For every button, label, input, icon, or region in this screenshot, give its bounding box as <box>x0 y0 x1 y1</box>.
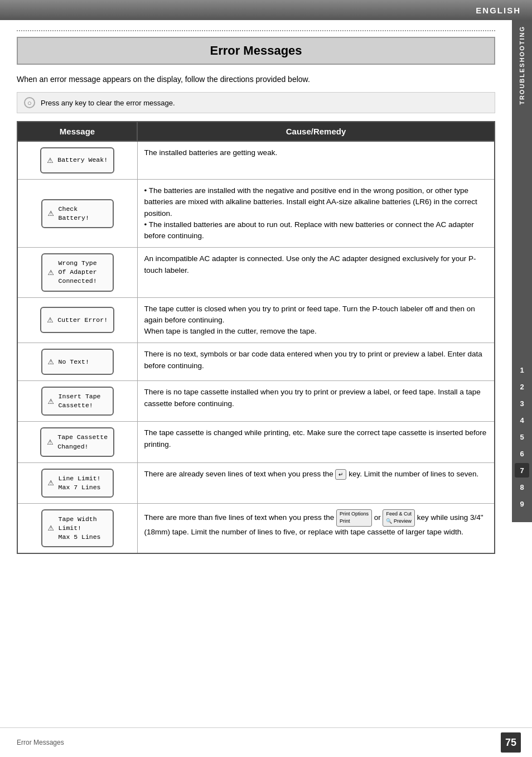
cause-text: The tape cassette is changed while print… <box>144 428 487 448</box>
message-cell: ⚠ No Text! <box>17 343 137 381</box>
sidebar-label: TROUBLESHOOTING <box>519 26 525 105</box>
col-header-message: Message <box>17 122 137 141</box>
msg-box-check-battery: ⚠ CheckBattery! <box>41 199 114 228</box>
msg-box-cutter-error: ⚠ Cutter Error! <box>40 307 114 333</box>
language-label: ENGLISH <box>476 6 521 15</box>
message-cell: ⚠ Tape CassetteChanged! <box>17 422 137 462</box>
sidebar-num-4: 4 <box>515 413 529 427</box>
msg-box-line-limit: ⚠ Line Limit!Max 7 Lines <box>41 469 114 498</box>
table-row: ⚠ Tape WidthLimit!Max 5 Lines There are … <box>17 503 495 553</box>
page-number: 75 <box>501 732 521 753</box>
section-header: Error Messages <box>17 37 495 65</box>
message-cell: ⚠ Insert TapeCassette! <box>17 381 137 422</box>
cause-cell: There are already seven lines of text wh… <box>137 462 495 503</box>
top-bar: ENGLISH <box>0 0 532 20</box>
main-content: Error Messages When an error message app… <box>0 30 512 576</box>
warning-icon: ⚠ <box>48 475 54 490</box>
msg-box-tape-changed: ⚠ Tape CassetteChanged! <box>40 427 114 456</box>
cause-cell: There is no tape cassette installed when… <box>137 381 495 422</box>
cause-cell: There is no text, symbols or bar code da… <box>137 343 495 381</box>
cause-text: The tape cutter is closed when you try t… <box>144 305 475 336</box>
dotted-separator <box>17 30 495 31</box>
sidebar-num-1: 1 <box>515 363 529 377</box>
msg-text: No Text! <box>59 358 89 367</box>
hint-icon: ○ <box>24 97 35 108</box>
cause-text: There are more than five lines of text w… <box>144 513 483 536</box>
warning-icon: ⚠ <box>48 265 54 280</box>
warning-icon: ⚠ <box>47 153 53 168</box>
message-cell: ⚠ Line Limit!Max 7 Lines <box>17 462 137 503</box>
footer-label: Error Messages <box>17 739 64 746</box>
cause-cell: The tape cassette is changed while print… <box>137 422 495 462</box>
print-options-key: Print OptionsPrint <box>336 509 372 527</box>
table-row: ⚠ CheckBattery! • The batteries are inst… <box>17 180 495 248</box>
right-sidebar: TROUBLESHOOTING 1 2 3 4 5 6 7 8 9 <box>512 20 532 522</box>
msg-text: Line Limit!Max 7 Lines <box>59 474 101 492</box>
msg-box-battery-weak: ⚠ Battery Weak! <box>40 147 114 173</box>
hint-text: Press any key to clear the error message… <box>41 99 175 107</box>
error-table: Message Cause/Remedy ⚠ Battery Weak! The… <box>17 121 495 554</box>
cause-text: There are already seven lines of text wh… <box>144 470 479 478</box>
message-cell: ⚠ Tape WidthLimit!Max 5 Lines <box>17 503 137 553</box>
sidebar-num-9: 9 <box>515 496 529 511</box>
cause-cell: • The batteries are installed with the n… <box>137 180 495 248</box>
msg-box-tape-width: ⚠ Tape WidthLimit!Max 5 Lines <box>41 509 114 547</box>
enter-key: ↵ <box>335 469 346 480</box>
intro-text: When an error message appears on the dis… <box>17 74 495 85</box>
table-row: ⚠ Wrong TypeOf AdapterConnected! An inco… <box>17 248 495 297</box>
cause-text: There is no text, symbols or bar code da… <box>144 350 482 369</box>
page-footer: Error Messages 75 <box>0 727 532 757</box>
warning-icon: ⚠ <box>47 312 53 327</box>
msg-text: Insert TapeCassette! <box>59 392 101 410</box>
warning-icon: ⚠ <box>48 206 54 221</box>
table-row: ⚠ Tape CassetteChanged! The tape cassett… <box>17 422 495 462</box>
warning-icon: ⚠ <box>48 520 54 536</box>
message-cell: ⚠ Cutter Error! <box>17 297 137 343</box>
cause-cell: There are more than five lines of text w… <box>137 503 495 553</box>
table-row: ⚠ Cutter Error! The tape cutter is close… <box>17 297 495 343</box>
table-row: ⚠ Line Limit!Max 7 Lines There are alrea… <box>17 462 495 503</box>
msg-text: Tape CassetteChanged! <box>57 433 108 451</box>
table-row: ⚠ Battery Weak! The installed batteries … <box>17 141 495 180</box>
sidebar-num-7-active: 7 <box>515 463 529 478</box>
sidebar-num-5: 5 <box>515 430 529 444</box>
sidebar-num-8: 8 <box>515 480 529 494</box>
msg-text: CheckBattery! <box>59 205 89 223</box>
col-header-cause: Cause/Remedy <box>137 122 495 141</box>
cause-cell: The installed batteries are getting weak… <box>137 141 495 180</box>
msg-text: Battery Weak! <box>57 156 108 165</box>
msg-text: Tape WidthLimit!Max 5 Lines <box>59 515 101 542</box>
cause-text: An incompatible AC adapter is connected.… <box>144 254 476 274</box>
sidebar-numbers: 1 2 3 4 5 6 7 8 9 <box>515 363 529 522</box>
sidebar-num-6: 6 <box>515 446 529 461</box>
warning-icon: ⚠ <box>48 394 54 409</box>
cause-text: The installed batteries are getting weak… <box>144 148 278 157</box>
sidebar-num-2: 2 <box>515 379 529 394</box>
message-cell: ⚠ CheckBattery! <box>17 180 137 248</box>
section-title: Error Messages <box>29 44 483 58</box>
msg-text: Cutter Error! <box>57 316 108 325</box>
message-cell: ⚠ Wrong TypeOf AdapterConnected! <box>17 248 137 297</box>
table-row: ⚠ No Text! There is no text, symbols or … <box>17 343 495 381</box>
warning-icon: ⚠ <box>47 435 53 450</box>
cause-text: There is no tape cassette installed when… <box>144 388 481 407</box>
cause-text: • The batteries are installed with the n… <box>144 186 477 240</box>
msg-box-insert-tape: ⚠ Insert TapeCassette! <box>41 387 114 416</box>
warning-icon: ⚠ <box>48 354 54 369</box>
message-cell: ⚠ Battery Weak! <box>17 141 137 180</box>
sidebar-num-3: 3 <box>515 396 529 411</box>
cause-cell: An incompatible AC adapter is connected.… <box>137 248 495 297</box>
hint-box: ○ Press any key to clear the error messa… <box>17 92 495 113</box>
msg-box-no-text: ⚠ No Text! <box>41 349 114 375</box>
table-row: ⚠ Insert TapeCassette! There is no tape … <box>17 381 495 422</box>
cause-cell: The tape cutter is closed when you try t… <box>137 297 495 343</box>
feed-cut-key: Feed & Cut🔍 Preview <box>383 509 415 527</box>
msg-text: Wrong TypeOf AdapterConnected! <box>59 259 97 286</box>
msg-box-wrong-adapter: ⚠ Wrong TypeOf AdapterConnected! <box>41 253 114 291</box>
